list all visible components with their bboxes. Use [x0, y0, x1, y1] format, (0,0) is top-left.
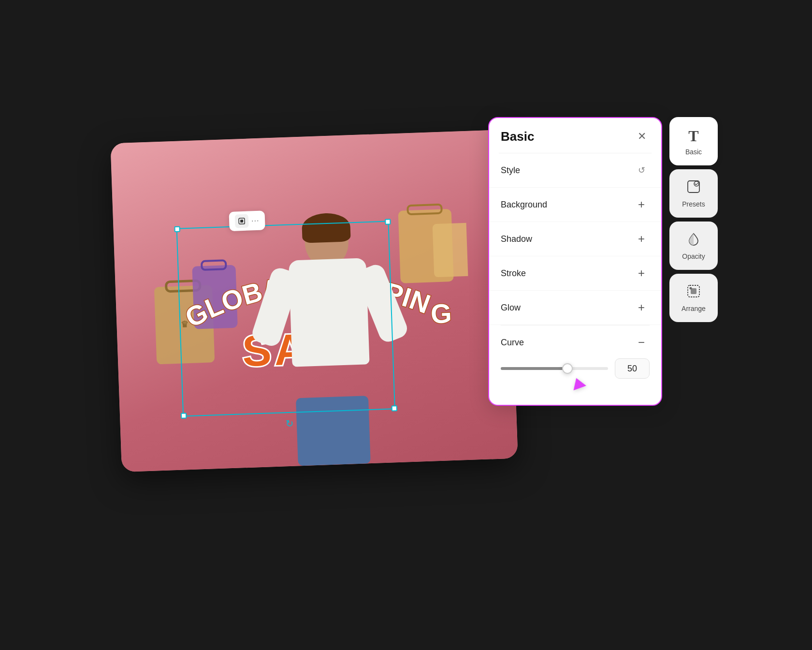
svg-rect-7 [433, 223, 472, 278]
curve-slider-track[interactable] [501, 367, 608, 370]
style-reset-button[interactable]: ↺ [633, 162, 650, 178]
curve-slider-fill [501, 367, 567, 370]
selection-toolbar: ··· [229, 210, 265, 231]
plus-icon-shadow: + [638, 232, 645, 246]
panel-title: Basic [501, 129, 534, 144]
close-button[interactable]: ✕ [634, 129, 650, 144]
svg-rect-3 [192, 265, 237, 329]
sidebar-presets-label: Presets [682, 200, 705, 208]
background-add-button[interactable]: + [633, 196, 650, 213]
person-figure [253, 211, 407, 467]
background-row: Background + [489, 188, 661, 222]
text-icon: T [688, 127, 698, 145]
arrange-icon [686, 284, 701, 302]
curve-slider-row: 50 [501, 356, 650, 379]
cursor-area [489, 379, 661, 393]
element-icon [238, 217, 246, 225]
curve-section: Curve − 50 [489, 325, 661, 379]
close-icon: ✕ [638, 130, 646, 143]
minus-icon: − [638, 336, 645, 349]
bag-left-group: ♛ [153, 260, 239, 365]
sidebar-item-opacity[interactable]: Opacity [669, 222, 718, 270]
svg-text:♛: ♛ [180, 319, 188, 329]
bag-right-group [398, 204, 471, 283]
main-scene: ♛ GLOBAL SHOPPIN G SALE [92, 107, 720, 543]
plus-icon-stroke: + [638, 266, 645, 280]
right-sidebar: T Basic Presets [667, 117, 720, 322]
sidebar-basic-label: Basic [685, 148, 702, 156]
toolbar-more-dots[interactable]: ··· [251, 216, 260, 225]
presets-icon [686, 179, 701, 197]
sidebar-item-presets[interactable]: Presets [669, 169, 718, 218]
sidebar-item-basic[interactable]: T Basic [669, 117, 718, 165]
plus-icon: + [638, 198, 645, 211]
svg-rect-5 [398, 209, 454, 283]
stroke-add-button[interactable]: + [633, 265, 650, 281]
sidebar-item-arrange[interactable]: Arrange [669, 274, 718, 322]
svg-rect-1 [166, 281, 200, 291]
element-icon-button[interactable] [235, 214, 249, 228]
glow-row: Glow + [489, 291, 661, 325]
shadow-row: Shadow + [489, 222, 661, 256]
curve-collapse-button[interactable]: − [633, 334, 650, 351]
handle-top-left[interactable] [174, 226, 180, 232]
handle-bottom-left[interactable] [181, 413, 187, 418]
svg-rect-12 [240, 220, 243, 222]
curve-value-input[interactable]: 50 [615, 358, 650, 379]
sidebar-opacity-label: Opacity [682, 252, 705, 260]
stroke-label: Stroke [501, 268, 526, 279]
basic-panel: Basic ✕ Style ↺ Background + [488, 117, 662, 406]
style-label: Style [501, 165, 520, 176]
curve-slider-thumb[interactable] [562, 363, 573, 374]
glow-add-button[interactable]: + [633, 299, 650, 316]
glow-label: Glow [501, 303, 521, 313]
stroke-row: Stroke + [489, 256, 661, 291]
curve-row: Curve − [501, 325, 650, 356]
svg-rect-16 [691, 288, 696, 294]
svg-rect-0 [154, 285, 215, 364]
shadow-add-button[interactable]: + [633, 231, 650, 247]
svg-point-17 [690, 287, 692, 289]
canvas-background: ♛ GLOBAL SHOPPIN G SALE [110, 130, 518, 472]
sidebar-arrange-label: Arrange [682, 305, 706, 312]
panel-header: Basic ✕ [489, 118, 661, 153]
curve-label: Curve [501, 338, 524, 348]
shadow-label: Shadow [501, 234, 532, 244]
reset-icon: ↺ [638, 165, 645, 176]
opacity-icon [686, 232, 701, 250]
panel-container: Basic ✕ Style ↺ Background + [488, 117, 720, 406]
canvas-card: ♛ GLOBAL SHOPPIN G SALE [110, 130, 518, 472]
svg-rect-4 [202, 260, 226, 270]
background-label: Background [501, 200, 547, 210]
style-row: Style ↺ [489, 153, 661, 188]
svg-rect-6 [407, 205, 442, 214]
plus-icon-glow: + [638, 301, 645, 314]
svg-text:G: G [430, 298, 452, 329]
